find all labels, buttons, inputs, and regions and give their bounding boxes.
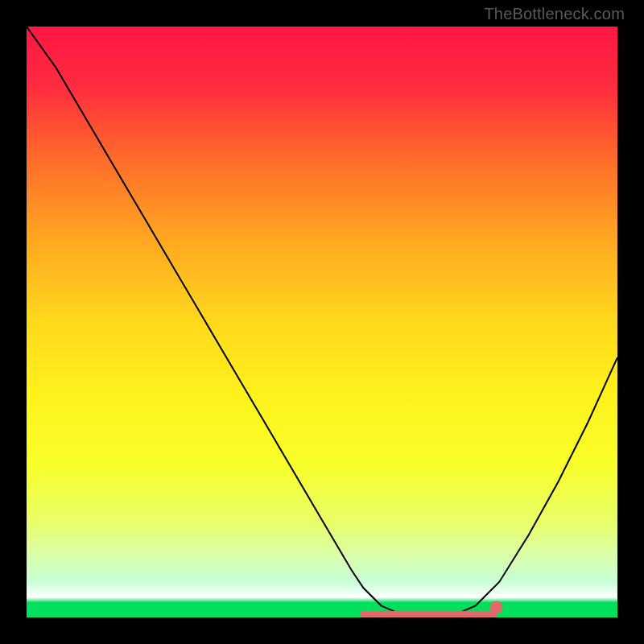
bottleneck-curve	[27, 27, 617, 617]
watermark-text: TheBottleneck.com	[484, 5, 625, 23]
chart-frame: TheBottleneck.com	[0, 0, 644, 644]
optimal-range-end-dot	[489, 601, 502, 613]
plot-area	[27, 27, 617, 617]
